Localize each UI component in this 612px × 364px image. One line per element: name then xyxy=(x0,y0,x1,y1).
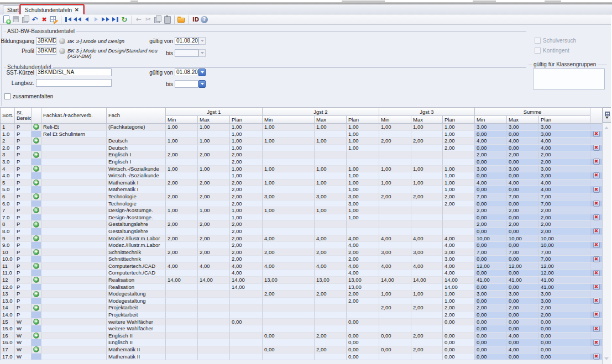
cell-jgst1-min[interactable] xyxy=(166,298,198,305)
cell-jgst2-min[interactable] xyxy=(263,172,315,180)
cell-summe-min[interactable]: 4,00 xyxy=(475,138,507,145)
cell-jgst3-max[interactable]: 1,00 xyxy=(411,291,443,298)
cell-jgst1-plan[interactable]: 2,00 xyxy=(230,193,263,201)
cell-summe-min[interactable]: 7,00 xyxy=(475,249,507,256)
cell-summe-min[interactable]: 0,00 xyxy=(475,214,507,221)
cell-jgst2-max[interactable]: 4,00 xyxy=(315,235,347,242)
cell-summe-min[interactable]: 4,00 xyxy=(475,180,507,187)
cell-jgst3-min[interactable]: 1,00 xyxy=(379,124,411,131)
cell-jgst3-min[interactable]: 1,00 xyxy=(379,166,411,173)
cell-jgst2-max[interactable] xyxy=(315,304,347,312)
cell-jgst3-max[interactable] xyxy=(411,172,443,180)
cell-jgst3-min[interactable] xyxy=(379,221,411,228)
delete-row-button[interactable]: ✖ xyxy=(593,242,600,248)
cell-jgst1-plan[interactable]: 2,00 xyxy=(230,235,263,242)
cell-summe-plan[interactable]: 2,00 xyxy=(539,228,590,235)
cell-jgst1-min[interactable]: 1,00 xyxy=(166,124,198,131)
cell-jgst3-max[interactable] xyxy=(411,214,443,221)
cell-jgst1-max[interactable] xyxy=(198,201,230,208)
cell-summe-max[interactable]: 0,00 xyxy=(507,256,539,263)
cell-jgst2-min[interactable] xyxy=(263,354,315,361)
cell-jgst3-max[interactable]: 3,00 xyxy=(411,249,443,256)
add-row-button[interactable]: + xyxy=(33,207,39,213)
cell-jgst3-min[interactable] xyxy=(379,256,411,263)
delete-row-button[interactable]: ✖ xyxy=(593,201,600,207)
cell-jgst2-min[interactable]: 1,00 xyxy=(263,138,315,145)
zusammenfalten-checkbox[interactable] xyxy=(4,93,11,99)
cell-jgst2-max[interactable]: 1,00 xyxy=(315,166,347,173)
cell-summe-plan[interactable]: 3,00 xyxy=(539,131,590,138)
cell-jgst2-plan[interactable]: 1,00 xyxy=(347,207,379,214)
cell-jgst2-max[interactable]: 13,00 xyxy=(315,277,347,284)
cell-jgst3-min[interactable] xyxy=(379,186,411,193)
cell-jgst3-min[interactable]: 2,00 xyxy=(379,304,411,312)
cell-summe-max[interactable]: 0,00 xyxy=(507,186,539,193)
cell-summe-min[interactable]: 0,00 xyxy=(475,242,507,249)
cell-jgst3-max[interactable]: 4,00 xyxy=(411,263,443,270)
cell-summe-max[interactable]: 0,00 xyxy=(507,228,539,235)
delete-row-button[interactable]: ✖ xyxy=(593,270,600,276)
cell-summe-max[interactable]: 0,00 xyxy=(507,325,539,333)
cell-summe-min[interactable]: 2,00 xyxy=(475,207,507,214)
cell-jgst1-plan[interactable]: 14,00 xyxy=(230,284,263,291)
cell-summe-max[interactable]: 2,00 xyxy=(507,151,539,159)
cell-jgst3-plan[interactable]: 14,00 xyxy=(443,284,475,291)
scroll-up-icon[interactable] xyxy=(604,126,609,129)
delete-record-button[interactable]: ✖ xyxy=(40,15,49,24)
cell-summe-plan[interactable]: 0,00 xyxy=(539,354,590,361)
cell-jgst1-max[interactable] xyxy=(198,298,230,305)
cell-summe-plan[interactable]: 7,00 xyxy=(539,249,590,256)
cell-jgst2-min[interactable] xyxy=(263,151,315,159)
add-row-button[interactable]: + xyxy=(33,346,39,352)
cell-jgst2-max[interactable] xyxy=(315,172,347,180)
cell-jgst1-min[interactable] xyxy=(166,339,198,346)
cell-jgst2-max[interactable] xyxy=(315,159,347,166)
delete-row-button[interactable]: ✖ xyxy=(593,298,600,304)
cell-jgst2-min[interactable]: 0,00 xyxy=(263,333,315,340)
cell-jgst1-min[interactable] xyxy=(166,291,198,298)
cell-jgst3-plan[interactable]: 2,00 xyxy=(443,304,475,312)
cell-summe-min[interactable]: 2,00 xyxy=(475,221,507,228)
cell-summe-min[interactable]: 2,00 xyxy=(475,304,507,312)
add-row-button[interactable]: + xyxy=(33,319,39,325)
cell-jgst3-min[interactable] xyxy=(379,325,411,333)
gueltig-von-field[interactable]: 01.08.2014 xyxy=(175,37,198,45)
cell-summe-min[interactable]: 7,00 xyxy=(475,193,507,201)
cell-summe-max[interactable]: 0,00 xyxy=(507,298,539,305)
cell-jgst2-min[interactable] xyxy=(263,242,315,249)
cell-jgst1-min[interactable] xyxy=(166,242,198,249)
edit-table-button[interactable] xyxy=(49,15,58,24)
cell-jgst1-max[interactable] xyxy=(198,242,230,249)
cell-jgst1-max[interactable] xyxy=(198,214,230,221)
cell-jgst3-max[interactable]: 1,00 xyxy=(411,166,443,173)
cell-jgst1-max[interactable] xyxy=(198,339,230,346)
cell-summe-min[interactable]: 0,00 xyxy=(475,325,507,333)
cell-summe-plan[interactable]: 4,00 xyxy=(539,145,590,152)
cell-jgst3-min[interactable] xyxy=(379,228,411,235)
cell-jgst2-plan[interactable]: 3,00 xyxy=(347,193,379,201)
cell-jgst1-min[interactable] xyxy=(166,346,198,354)
cell-jgst1-plan[interactable]: 2,00 xyxy=(230,221,263,228)
tab-close-icon[interactable]: ✕ xyxy=(75,7,79,13)
cell-jgst1-min[interactable] xyxy=(166,319,198,326)
cell-summe-plan[interactable]: 2,00 xyxy=(539,221,590,228)
cell-jgst3-min[interactable] xyxy=(379,298,411,305)
cell-jgst1-max[interactable]: 14,00 xyxy=(198,277,230,284)
add-row-button[interactable]: + xyxy=(33,152,39,158)
cell-summe-min[interactable]: 0,00 xyxy=(475,284,507,291)
add-row-button[interactable]: + xyxy=(33,249,39,255)
cell-summe-min[interactable]: 0,00 xyxy=(475,186,507,193)
cell-summe-max[interactable]: 0,00 xyxy=(507,270,539,277)
delete-row-button[interactable]: ✖ xyxy=(593,131,600,137)
cell-summe-plan[interactable]: 0,00 xyxy=(539,333,590,340)
cell-jgst2-min[interactable]: 0,00 xyxy=(263,346,315,354)
cell-jgst2-min[interactable] xyxy=(263,201,315,208)
cell-jgst2-max[interactable] xyxy=(315,298,347,305)
cell-jgst2-max[interactable]: 2,00 xyxy=(315,291,347,298)
cell-jgst1-plan[interactable] xyxy=(230,325,263,333)
delete-row-button[interactable]: ✖ xyxy=(593,354,600,360)
cell-jgst3-max[interactable] xyxy=(411,270,443,277)
cell-jgst3-max[interactable] xyxy=(411,201,443,208)
cell-jgst3-plan[interactable]: 2,00 xyxy=(443,145,475,152)
cell-jgst2-max[interactable] xyxy=(315,325,347,333)
